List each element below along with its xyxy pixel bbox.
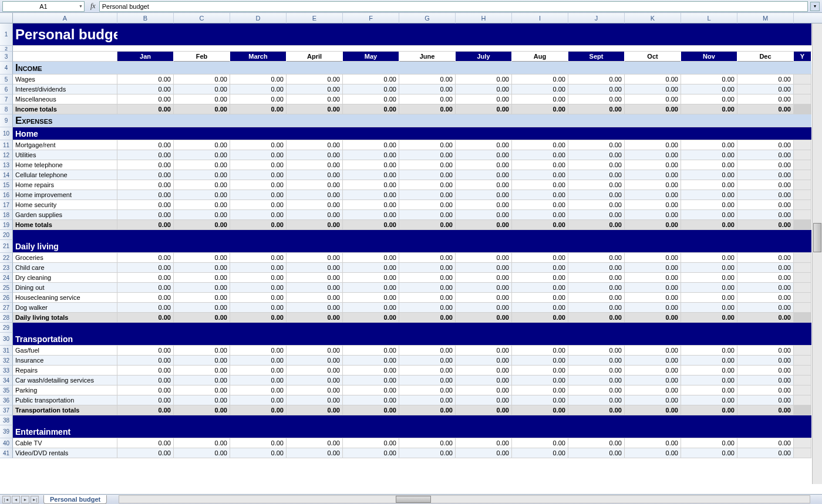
cell[interactable]: 0.00 <box>568 170 625 180</box>
row-header[interactable]: 24 <box>0 273 13 283</box>
cell[interactable] <box>625 240 681 253</box>
cell[interactable] <box>681 333 737 346</box>
cell[interactable]: 0.00 <box>512 313 568 323</box>
cell[interactable] <box>625 46 681 52</box>
cell[interactable]: 0.00 <box>737 104 794 114</box>
cell[interactable] <box>737 46 794 52</box>
cell[interactable]: 0.00 <box>568 313 625 323</box>
horizontal-scrollbar-thumb[interactable] <box>396 496 431 503</box>
cell[interactable]: 0.00 <box>287 385 343 395</box>
cell[interactable] <box>794 150 811 160</box>
cell[interactable] <box>399 127 456 140</box>
cell[interactable] <box>794 140 811 150</box>
cell[interactable] <box>794 283 811 293</box>
cell[interactable] <box>794 303 811 313</box>
cell[interactable]: 0.00 <box>343 160 399 170</box>
cell[interactable]: 0.00 <box>399 94 456 104</box>
cell[interactable]: 0.00 <box>287 220 343 230</box>
tab-nav-prev-icon[interactable]: ◄ <box>12 496 20 503</box>
cell[interactable]: 0.00 <box>117 94 174 104</box>
cell[interactable]: 0.00 <box>456 346 512 356</box>
cell[interactable]: 0.00 <box>117 210 174 220</box>
cell[interactable]: 0.00 <box>343 313 399 323</box>
cell[interactable] <box>230 230 287 240</box>
row-header[interactable]: 33 <box>0 366 13 376</box>
cell[interactable] <box>794 180 811 190</box>
cell[interactable]: 0.00 <box>287 283 343 293</box>
cell[interactable]: 0.00 <box>174 293 230 303</box>
cell[interactable]: 0.00 <box>399 253 456 263</box>
cell[interactable]: 0.00 <box>230 346 287 356</box>
cell[interactable]: 0.00 <box>681 405 737 415</box>
cell[interactable] <box>230 127 287 140</box>
cell[interactable]: 0.00 <box>117 405 174 415</box>
cell[interactable]: 0.00 <box>681 356 737 366</box>
cell[interactable]: 0.00 <box>512 253 568 263</box>
row-header[interactable]: 7 <box>0 94 13 104</box>
cell[interactable]: 0.00 <box>230 273 287 283</box>
cell[interactable]: 0.00 <box>737 356 794 366</box>
cell[interactable]: 0.00 <box>568 140 625 150</box>
cell[interactable] <box>794 323 811 333</box>
cell[interactable] <box>399 23 456 46</box>
row-header[interactable]: 36 <box>0 395 13 405</box>
cell[interactable]: 0.00 <box>456 170 512 180</box>
cell[interactable] <box>681 323 737 333</box>
cell[interactable]: 0.00 <box>456 405 512 415</box>
cell[interactable]: 0.00 <box>343 84 399 94</box>
cell[interactable]: 0.00 <box>512 366 568 376</box>
cell[interactable]: 0.00 <box>343 200 399 210</box>
cell[interactable]: 0.00 <box>399 190 456 200</box>
cell[interactable]: 0.00 <box>343 140 399 150</box>
row-label[interactable]: Dining out <box>13 283 117 293</box>
name-box[interactable]: A1 ▼ <box>2 1 85 12</box>
cell[interactable] <box>737 415 794 425</box>
vertical-scrollbar[interactable] <box>812 23 822 484</box>
cell[interactable] <box>287 23 343 46</box>
cell[interactable]: 0.00 <box>174 75 230 84</box>
column-header[interactable]: B <box>117 13 174 23</box>
cell[interactable]: 0.00 <box>117 385 174 395</box>
cell[interactable]: 0.00 <box>230 405 287 415</box>
cell[interactable]: 0.00 <box>456 200 512 210</box>
month-header[interactable]: July <box>456 52 512 62</box>
cell[interactable] <box>456 230 512 240</box>
row-label[interactable]: Cellular telephone <box>13 170 117 180</box>
cell[interactable]: 0.00 <box>681 140 737 150</box>
cell[interactable]: 0.00 <box>568 366 625 376</box>
cell[interactable]: 0.00 <box>512 170 568 180</box>
cell[interactable]: 0.00 <box>512 405 568 415</box>
tab-nav-next-icon[interactable]: ► <box>21 496 29 503</box>
cell[interactable] <box>287 333 343 346</box>
cell[interactable] <box>230 46 287 52</box>
cell[interactable]: 0.00 <box>174 150 230 160</box>
row-label[interactable]: Daily living <box>13 240 117 253</box>
cell[interactable]: 0.00 <box>737 253 794 263</box>
cell[interactable] <box>794 385 811 395</box>
fx-icon[interactable]: fx <box>90 2 96 11</box>
cell[interactable] <box>737 127 794 140</box>
cell[interactable]: 0.00 <box>399 140 456 150</box>
cell[interactable]: 0.00 <box>230 356 287 366</box>
cell[interactable]: 0.00 <box>737 395 794 405</box>
cell[interactable] <box>681 240 737 253</box>
cell[interactable]: 0.00 <box>625 283 681 293</box>
cell[interactable] <box>174 230 230 240</box>
cell[interactable] <box>117 127 174 140</box>
cell[interactable]: 0.00 <box>117 104 174 114</box>
row-label[interactable]: Transportation totals <box>13 405 117 415</box>
cell[interactable]: 0.00 <box>117 356 174 366</box>
row-header[interactable]: 34 <box>0 376 13 385</box>
row-label[interactable]: Child care <box>13 263 117 273</box>
row-label[interactable]: Dog walker <box>13 303 117 313</box>
cell[interactable] <box>174 323 230 333</box>
cell[interactable] <box>794 356 811 366</box>
cell[interactable] <box>794 240 811 253</box>
cell[interactable] <box>456 62 512 75</box>
cell[interactable]: 0.00 <box>625 263 681 273</box>
cell[interactable]: 0.00 <box>399 220 456 230</box>
cell[interactable]: 0.00 <box>174 385 230 395</box>
cell[interactable]: 0.00 <box>512 356 568 366</box>
month-header[interactable]: March <box>230 52 287 62</box>
cell[interactable]: 0.00 <box>343 263 399 273</box>
